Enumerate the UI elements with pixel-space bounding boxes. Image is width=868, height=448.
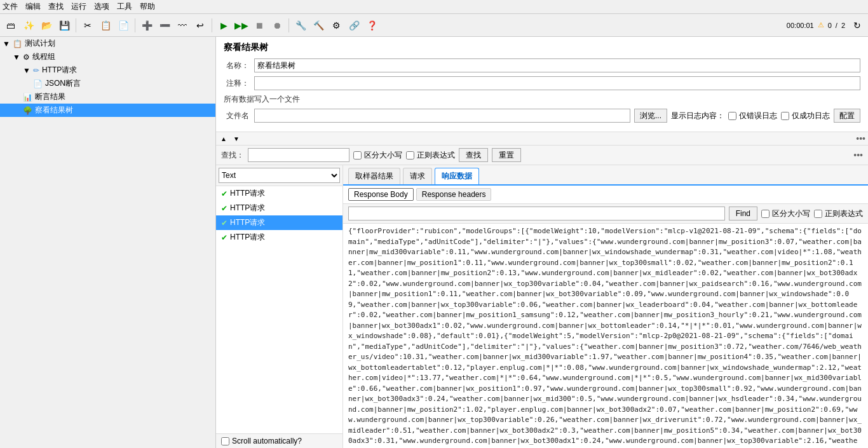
jsonassertion-icon: 📄	[33, 79, 43, 88]
file-row: 文件名 浏览... 显示日志内容： 仅错误日志 仅成功日志 配置	[224, 109, 860, 123]
expand-icon: ▼	[13, 53, 20, 62]
subtab-response-headers[interactable]: Response headers	[416, 188, 492, 201]
find-button[interactable]: 查找	[459, 148, 488, 162]
list-item[interactable]: ✔ HTTP请求	[216, 201, 342, 215]
response-case-label: 区分大小写	[772, 208, 810, 219]
subtabs-row: Response Body Response headers	[343, 186, 868, 204]
tb-functions[interactable]: ⚙	[328, 17, 344, 34]
clear-results-btn[interactable]: ↻	[849, 17, 865, 34]
assertionresult-label: 断言结果	[35, 92, 65, 102]
tb-remove[interactable]: ➖	[156, 17, 173, 34]
tb-build[interactable]: 🔨	[310, 17, 327, 34]
response-search-input[interactable]	[348, 207, 725, 221]
config-button[interactable]: 配置	[834, 109, 860, 123]
tb-help-btn[interactable]: ❓	[363, 17, 380, 34]
tb-undo[interactable]: ↩	[192, 17, 208, 34]
name-row: 名称：	[224, 58, 860, 72]
content-list: ✔ HTTP请求 ✔ HTTP请求 ✔ HTTP请求 ✔ HTTP请求	[216, 186, 342, 433]
list-item[interactable]: ✔ HTTP请求	[216, 230, 342, 245]
response-case-checkbox[interactable]: 区分大小写	[761, 208, 810, 219]
menu-help[interactable]: 帮助	[140, 1, 155, 12]
tb-link[interactable]: 🔗	[346, 17, 362, 34]
httprequest-icon: ✏	[33, 66, 39, 75]
warning-icon: ⚠	[818, 21, 824, 29]
mini-up[interactable]: ▲	[219, 135, 229, 143]
tb-shutdown[interactable]: ⏺	[269, 17, 285, 34]
tb-open[interactable]: 📂	[38, 17, 55, 34]
form-section: 察看结果树 名称： 注释： 所有数据写入一个文件 文件名 浏览... 显示日志内…	[216, 37, 868, 132]
tb-add[interactable]: ➕	[139, 17, 155, 34]
menu-find[interactable]: 查找	[48, 1, 64, 12]
response-regex-label: 正则表达式	[825, 208, 863, 219]
comment-input[interactable]	[254, 76, 860, 90]
scroll-auto-checkbox[interactable]	[221, 437, 229, 445]
browse-button[interactable]: 浏览...	[634, 109, 667, 123]
mini-down[interactable]: ▼	[231, 135, 241, 143]
subtab-response-body[interactable]: Response Body	[348, 188, 414, 201]
case-sensitive-checkbox[interactable]: 区分大小写	[353, 150, 402, 161]
menubar: 文件 编辑 查找 运行 选项 工具 帮助	[0, 0, 868, 14]
viewresults-label: 察看结果树	[35, 105, 73, 116]
expand-icon: ▼	[3, 39, 10, 48]
list-item-label-0: HTTP请求	[230, 188, 265, 199]
tree-item-jsonassertion[interactable]: 📄 JSON断言	[0, 77, 215, 90]
search-input[interactable]	[248, 148, 349, 162]
tab-request[interactable]: 请求	[403, 168, 432, 184]
tree-item-httprequest[interactable]: ▼ ✏ HTTP请求	[0, 64, 215, 77]
menu-options[interactable]: 选项	[94, 1, 109, 12]
list-item[interactable]: ✔ HTTP请求	[216, 215, 342, 230]
error-only-checkbox[interactable]: 仅错误日志	[728, 111, 777, 121]
tree-item-threadgroup[interactable]: ▼ ⚙ 线程组	[0, 50, 215, 64]
httprequest-label: HTTP请求	[42, 65, 77, 76]
comment-row: 注释：	[224, 76, 860, 90]
success-only-label: 仅成功日志	[792, 111, 830, 121]
tb-paste[interactable]: 📄	[115, 17, 132, 34]
name-label: 名称：	[224, 60, 249, 71]
tree-item-assertionresult[interactable]: 📊 断言结果	[0, 90, 215, 104]
tb-settings[interactable]: 🔧	[292, 17, 309, 34]
right-panel: 察看结果树 名称： 注释： 所有数据写入一个文件 文件名 浏览... 显示日志内…	[216, 37, 868, 448]
response-regex-checkbox[interactable]: 正则表达式	[814, 208, 863, 219]
tb-new[interactable]: 🗃	[3, 17, 19, 34]
list-item-label-1: HTTP请求	[230, 203, 265, 214]
write-note-row: 所有数据写入一个文件	[224, 94, 860, 105]
file-input[interactable]	[254, 109, 630, 123]
left-tree-panel: ▼ 📋 测试计划 ▼ ⚙ 线程组 ▼ ✏ HTTP请求 📄 JSON断言 📊 断…	[0, 37, 216, 448]
menu-edit[interactable]: 编辑	[25, 1, 41, 12]
success-only-checkbox[interactable]: 仅成功日志	[781, 111, 830, 121]
write-note: 所有数据写入一个文件	[224, 94, 300, 105]
tb-copy[interactable]: 📋	[97, 17, 114, 34]
name-input[interactable]	[254, 58, 860, 72]
search-ellipsis[interactable]: •••	[853, 150, 863, 160]
response-find-btn[interactable]: Find	[729, 207, 757, 221]
tree-item-viewresultstree[interactable]: 🌳 察看结果树	[0, 104, 215, 117]
tree-item-testplan[interactable]: ▼ 📋 测试计划	[0, 37, 215, 50]
menu-file[interactable]: 文件	[3, 1, 18, 12]
list-item[interactable]: ✔ HTTP请求	[216, 186, 342, 201]
menu-run[interactable]: 运行	[71, 1, 86, 12]
tab-sampler-result[interactable]: 取样器结果	[348, 168, 400, 184]
timer-display: 00:00:01	[787, 22, 814, 29]
tb-start[interactable]: ▶	[215, 17, 232, 34]
mini-ellipsis[interactable]: •••	[856, 133, 865, 144]
menu-tools[interactable]: 工具	[117, 1, 132, 12]
tb-start-no-pause[interactable]: ▶▶	[233, 17, 250, 34]
tb-templates[interactable]: ✨	[20, 17, 37, 34]
toolbar: 🗃 ✨ 📂 💾 ✂ 📋 📄 ➕ ➖ 〰 ↩ ▶ ▶▶ ⏹ ⏺ 🔧 🔨 ⚙ 🔗 ❓…	[0, 14, 868, 37]
tb-stop[interactable]: ⏹	[251, 17, 268, 34]
tab-response-data[interactable]: 响应数据	[435, 168, 479, 184]
log-content-label: 显示日志内容：	[671, 111, 724, 121]
response-body: {"floorProvider":"rubicon","modelGroups"…	[343, 224, 868, 448]
tb-clear[interactable]: 〰	[174, 17, 191, 34]
reset-button[interactable]: 重置	[492, 148, 521, 162]
list-item-label-3: HTTP请求	[230, 232, 265, 243]
tb-save[interactable]: 💾	[56, 17, 72, 34]
scroll-auto-label: Scroll automatically?	[232, 437, 302, 445]
tb-cut[interactable]: ✂	[79, 17, 96, 34]
testplan-label: 测试计划	[25, 38, 55, 49]
regex-checkbox[interactable]: 正则表达式	[406, 150, 455, 161]
error-only-label: 仅错误日志	[739, 111, 777, 121]
status-icon-3: ✔	[221, 233, 227, 242]
type-select[interactable]: Text XML JSON HTML Boundary Extractor	[219, 168, 340, 183]
scroll-auto-row: Scroll automatically?	[216, 433, 342, 448]
